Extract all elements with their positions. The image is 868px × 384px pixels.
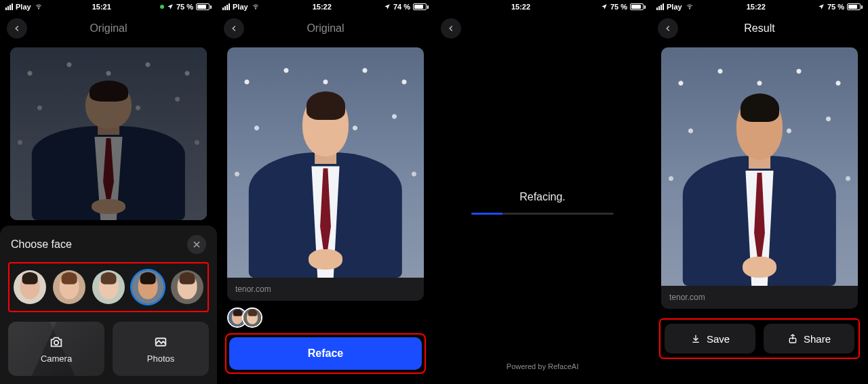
page-title: Result [744, 22, 774, 35]
nav-bar: Original [0, 14, 217, 43]
sheet-title: Choose face [11, 238, 72, 251]
camera-icon [49, 335, 64, 349]
wifi-icon [34, 3, 43, 10]
svg-point-5 [255, 9, 256, 9]
signal-icon [656, 3, 664, 10]
loading-text: Refacing. [519, 191, 566, 203]
photos-icon [153, 335, 168, 349]
back-button[interactable] [658, 18, 678, 39]
wifi-icon [251, 3, 260, 10]
face-option[interactable] [171, 270, 203, 304]
location-icon [601, 3, 608, 10]
battery-icon [196, 3, 212, 10]
photos-button[interactable]: Photos [113, 322, 209, 376]
highlight-annotation: Save Share [659, 318, 860, 359]
face-option[interactable] [92, 270, 125, 304]
battery-pct: 74 % [393, 3, 410, 11]
clock: 15:21 [92, 3, 111, 11]
status-bar: 15:22 75 % [434, 0, 651, 14]
signal-icon [5, 3, 13, 10]
download-icon [690, 333, 701, 344]
chevron-left-icon [229, 24, 239, 33]
screen-reface: Play 15:22 74 % Original tenor.com Refac… [217, 0, 434, 384]
choose-face-sheet: Choose face Camera Photos [0, 226, 217, 384]
screen-loading: 15:22 75 % Refacing. Powered by RefaceAI [434, 0, 651, 384]
face-option[interactable] [53, 270, 85, 304]
chevron-left-icon [663, 24, 673, 33]
image-caption: tenor.com [661, 286, 858, 309]
camera-button[interactable]: Camera [8, 322, 104, 376]
location-icon [167, 3, 174, 10]
save-button[interactable]: Save [665, 324, 755, 354]
signal-icon [222, 3, 230, 10]
location-icon [384, 3, 391, 10]
back-button[interactable] [224, 18, 244, 39]
image-caption: tenor.com [227, 278, 424, 301]
battery-icon [413, 3, 429, 10]
clock: 15:22 [313, 3, 332, 11]
page-title: Original [90, 22, 127, 35]
face-option[interactable] [132, 270, 164, 304]
recording-indicator-icon [160, 5, 164, 9]
face-option[interactable] [14, 270, 46, 304]
chevron-left-icon [446, 24, 456, 33]
status-bar: Play 15:22 74 % [217, 0, 434, 14]
original-image [10, 47, 207, 220]
carrier-label: Play [667, 3, 682, 11]
photos-label: Photos [147, 354, 174, 364]
battery-icon [630, 3, 646, 10]
nav-bar: Result [651, 14, 868, 43]
carrier-label: Play [233, 3, 248, 11]
nav-bar [434, 14, 651, 43]
close-icon [192, 240, 201, 249]
reface-button[interactable]: Reface [229, 337, 422, 370]
screen-result: Play 15:22 75 % Result tenor.com Save Sh… [651, 0, 868, 384]
powered-by: Powered by RefaceAI [434, 362, 651, 384]
battery-pct: 75 % [610, 3, 627, 11]
svg-point-6 [689, 9, 690, 9]
battery-pct: 75 % [827, 3, 844, 11]
result-image: tenor.com [661, 47, 858, 309]
face-options [8, 262, 209, 312]
share-icon [787, 333, 798, 344]
share-button[interactable]: Share [764, 324, 854, 354]
wifi-icon [685, 3, 694, 10]
status-bar: Play 15:22 75 % [651, 0, 868, 14]
loading-area: Refacing. [434, 43, 651, 362]
chevron-left-icon [12, 24, 22, 33]
clock: 15:22 [747, 3, 766, 11]
battery-pct: 75 % [176, 3, 193, 11]
screen-choose-face: Play 15:21 75 % Original Choose face [0, 0, 217, 384]
highlight-annotation: Reface [225, 333, 426, 374]
carrier-label: Play [16, 3, 31, 11]
camera-label: Camera [41, 354, 72, 364]
save-label: Save [707, 333, 730, 345]
back-button[interactable] [441, 18, 461, 39]
status-bar: Play 15:21 75 % [0, 0, 217, 14]
reface-label: Reface [308, 347, 343, 360]
clock: 15:22 [511, 3, 530, 11]
face-pair[interactable] [227, 307, 434, 328]
original-image: tenor.com [227, 47, 424, 301]
svg-point-3 [54, 340, 58, 344]
share-label: Share [804, 333, 831, 345]
close-button[interactable] [187, 235, 206, 254]
progress-bar [471, 213, 614, 215]
svg-point-0 [38, 9, 39, 9]
page-title: Original [307, 22, 344, 35]
nav-bar: Original [217, 14, 434, 43]
back-button[interactable] [7, 18, 27, 39]
location-icon [818, 3, 825, 10]
battery-icon [847, 3, 863, 10]
face-thumb [242, 307, 262, 328]
